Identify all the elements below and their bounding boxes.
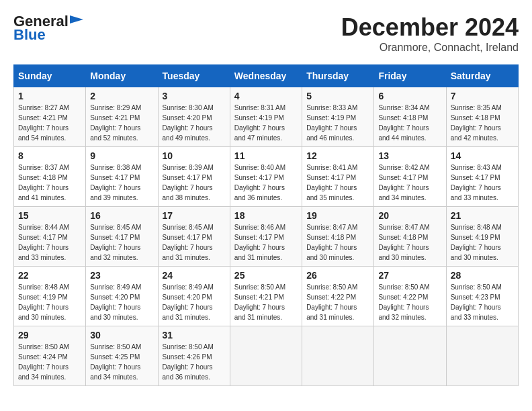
day-number: 15: [18, 210, 81, 221]
sunset-text: Sunset: 4:19 PM: [234, 113, 298, 123]
calendar-day-cell: [374, 326, 446, 386]
sunrise-text: Sunrise: 8:31 AM: [234, 103, 298, 113]
daylight-text: Daylight: 7 hoursand 34 minutes.: [378, 183, 441, 203]
day-number: 9: [90, 150, 153, 161]
sunrise-text: Sunrise: 8:46 AM: [234, 222, 298, 232]
calendar-day-cell: 2Sunrise: 8:29 AMSunset: 4:21 PMDaylight…: [86, 87, 158, 147]
sunset-text: Sunset: 4:20 PM: [163, 292, 226, 302]
calendar-day-cell: 21Sunrise: 8:48 AMSunset: 4:19 PMDayligh…: [446, 207, 518, 267]
day-info: Sunrise: 8:37 AMSunset: 4:18 PMDaylight:…: [18, 163, 81, 203]
calendar-week-row: 1Sunrise: 8:27 AMSunset: 4:21 PMDaylight…: [14, 87, 519, 147]
day-number: 10: [163, 150, 226, 161]
day-number: 7: [451, 91, 514, 101]
calendar-day-cell: 6Sunrise: 8:34 AMSunset: 4:18 PMDaylight…: [374, 87, 446, 147]
day-info: Sunrise: 8:45 AMSunset: 4:17 PMDaylight:…: [90, 222, 153, 263]
calendar-day-cell: 13Sunrise: 8:42 AMSunset: 4:17 PMDayligh…: [374, 147, 446, 207]
sunset-text: Sunset: 4:17 PM: [90, 173, 153, 183]
sunrise-text: Sunrise: 8:38 AM: [90, 163, 153, 173]
calendar-week-row: 8Sunrise: 8:37 AMSunset: 4:18 PMDaylight…: [14, 147, 519, 207]
sunrise-text: Sunrise: 8:45 AM: [163, 222, 226, 232]
sunrise-text: Sunrise: 8:33 AM: [306, 103, 369, 113]
calendar-day-cell: [230, 326, 302, 386]
day-info: Sunrise: 8:48 AMSunset: 4:19 PMDaylight:…: [451, 222, 514, 263]
sunrise-text: Sunrise: 8:50 AM: [451, 282, 514, 292]
calendar-day-cell: 19Sunrise: 8:47 AMSunset: 4:18 PMDayligh…: [302, 207, 374, 267]
main-title: December 2024: [341, 13, 519, 42]
sunset-text: Sunset: 4:17 PM: [163, 173, 226, 183]
sunset-text: Sunset: 4:26 PM: [163, 352, 226, 362]
daylight-text: Daylight: 7 hoursand 44 minutes.: [378, 123, 441, 143]
page-header: General Blue December 2024 Oranmore, Con…: [13, 13, 519, 54]
sunset-text: Sunset: 4:21 PM: [18, 113, 81, 123]
daylight-text: Daylight: 7 hoursand 34 minutes.: [18, 362, 81, 382]
calendar-day-cell: 25Sunrise: 8:50 AMSunset: 4:21 PMDayligh…: [230, 267, 302, 326]
day-info: Sunrise: 8:47 AMSunset: 4:18 PMDaylight:…: [378, 222, 441, 263]
calendar-day-cell: 14Sunrise: 8:43 AMSunset: 4:17 PMDayligh…: [446, 147, 518, 207]
sunset-text: Sunset: 4:18 PM: [306, 232, 369, 242]
calendar-day-cell: 22Sunrise: 8:48 AMSunset: 4:19 PMDayligh…: [14, 267, 86, 326]
sunset-text: Sunset: 4:18 PM: [18, 173, 81, 183]
day-info: Sunrise: 8:50 AMSunset: 4:24 PMDaylight:…: [18, 342, 81, 382]
daylight-text: Daylight: 7 hoursand 31 minutes.: [163, 302, 226, 322]
day-number: 6: [378, 91, 441, 101]
day-number: 23: [90, 270, 153, 281]
sunset-text: Sunset: 4:17 PM: [378, 173, 441, 183]
calendar-day-cell: 5Sunrise: 8:33 AMSunset: 4:19 PMDaylight…: [302, 87, 374, 147]
sunset-text: Sunset: 4:20 PM: [163, 113, 226, 123]
sunrise-text: Sunrise: 8:35 AM: [451, 103, 514, 113]
calendar-day-cell: 1Sunrise: 8:27 AMSunset: 4:21 PMDaylight…: [14, 87, 86, 147]
sunrise-text: Sunrise: 8:50 AM: [306, 282, 369, 292]
daylight-text: Daylight: 7 hoursand 33 minutes.: [18, 242, 81, 263]
day-number: 29: [18, 330, 81, 340]
sunset-text: Sunset: 4:25 PM: [90, 352, 153, 362]
day-info: Sunrise: 8:48 AMSunset: 4:19 PMDaylight:…: [18, 282, 81, 322]
calendar-header-saturday: Saturday: [446, 65, 518, 87]
calendar-day-cell: 20Sunrise: 8:47 AMSunset: 4:18 PMDayligh…: [374, 207, 446, 267]
daylight-text: Daylight: 7 hoursand 52 minutes.: [90, 123, 153, 143]
day-info: Sunrise: 8:49 AMSunset: 4:20 PMDaylight:…: [163, 282, 226, 322]
sunrise-text: Sunrise: 8:48 AM: [18, 282, 81, 292]
day-info: Sunrise: 8:27 AMSunset: 4:21 PMDaylight:…: [18, 103, 81, 143]
sunrise-text: Sunrise: 8:37 AM: [18, 163, 81, 173]
sunrise-text: Sunrise: 8:30 AM: [163, 103, 226, 113]
day-number: 19: [306, 210, 369, 221]
calendar-day-cell: 24Sunrise: 8:49 AMSunset: 4:20 PMDayligh…: [158, 267, 230, 326]
subtitle: Oranmore, Connacht, Ireland: [341, 42, 519, 54]
calendar-day-cell: [446, 326, 518, 386]
calendar-header-row: SundayMondayTuesdayWednesdayThursdayFrid…: [14, 65, 519, 87]
daylight-text: Daylight: 7 hoursand 32 minutes.: [90, 242, 153, 263]
calendar-day-cell: 26Sunrise: 8:50 AMSunset: 4:22 PMDayligh…: [302, 267, 374, 326]
day-info: Sunrise: 8:40 AMSunset: 4:17 PMDaylight:…: [234, 163, 298, 203]
calendar-day-cell: 10Sunrise: 8:39 AMSunset: 4:17 PMDayligh…: [158, 147, 230, 207]
daylight-text: Daylight: 7 hoursand 32 minutes.: [378, 302, 441, 322]
svg-marker-0: [70, 15, 83, 24]
calendar-day-cell: 7Sunrise: 8:35 AMSunset: 4:18 PMDaylight…: [446, 87, 518, 147]
calendar-day-cell: 30Sunrise: 8:50 AMSunset: 4:25 PMDayligh…: [86, 326, 158, 386]
day-number: 8: [18, 150, 81, 161]
sunrise-text: Sunrise: 8:50 AM: [234, 282, 298, 292]
calendar-day-cell: 28Sunrise: 8:50 AMSunset: 4:23 PMDayligh…: [446, 267, 518, 326]
sunset-text: Sunset: 4:18 PM: [378, 232, 441, 242]
calendar-day-cell: 11Sunrise: 8:40 AMSunset: 4:17 PMDayligh…: [230, 147, 302, 207]
calendar-header-friday: Friday: [374, 65, 446, 87]
day-number: 13: [378, 150, 441, 161]
daylight-text: Daylight: 7 hoursand 38 minutes.: [163, 183, 226, 203]
sunset-text: Sunset: 4:17 PM: [234, 173, 298, 183]
daylight-text: Daylight: 7 hoursand 30 minutes.: [378, 242, 441, 263]
calendar-day-cell: 17Sunrise: 8:45 AMSunset: 4:17 PMDayligh…: [158, 207, 230, 267]
sunrise-text: Sunrise: 8:50 AM: [163, 342, 226, 352]
sunset-text: Sunset: 4:17 PM: [163, 232, 226, 242]
day-info: Sunrise: 8:43 AMSunset: 4:17 PMDaylight:…: [451, 163, 514, 203]
day-info: Sunrise: 8:29 AMSunset: 4:21 PMDaylight:…: [90, 103, 153, 143]
calendar-header-wednesday: Wednesday: [230, 65, 302, 87]
daylight-text: Daylight: 7 hoursand 30 minutes.: [90, 302, 153, 322]
day-info: Sunrise: 8:38 AMSunset: 4:17 PMDaylight:…: [90, 163, 153, 203]
daylight-text: Daylight: 7 hoursand 47 minutes.: [234, 123, 298, 143]
day-number: 24: [163, 270, 226, 281]
calendar-table: SundayMondayTuesdayWednesdayThursdayFrid…: [13, 64, 519, 386]
logo-blue-text: Blue: [13, 27, 83, 43]
day-info: Sunrise: 8:46 AMSunset: 4:17 PMDaylight:…: [234, 222, 298, 263]
logo-flag-icon: [69, 15, 83, 28]
sunrise-text: Sunrise: 8:42 AM: [378, 163, 441, 173]
day-number: 2: [90, 91, 153, 101]
